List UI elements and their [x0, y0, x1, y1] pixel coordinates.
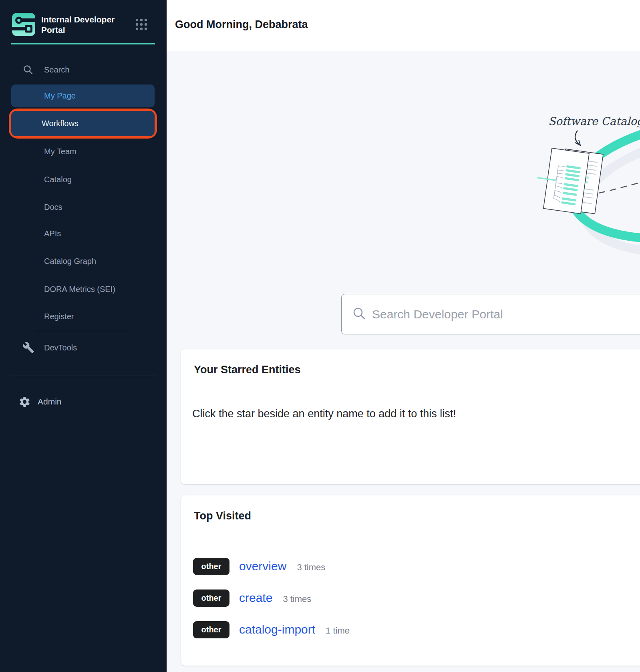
sidebar-item-label: DORA Metrics (SEI) — [44, 280, 115, 299]
app-logo-icon — [12, 13, 35, 38]
entity-kind-badge: other — [193, 590, 229, 607]
sidebar-item-label: Search — [44, 60, 69, 79]
app-title-line1: Internal Developer — [41, 14, 115, 25]
visit-count: 3 times — [283, 594, 311, 604]
sidebar: Internal Developer Portal Search My Page… — [0, 0, 167, 672]
sidebar-item-admin[interactable]: Admin — [0, 392, 167, 411]
sidebar-item-label: DevTools — [44, 338, 77, 357]
main-content: Good Morning, Debabrata — [167, 0, 640, 672]
sidebar-item-label: Docs — [44, 197, 62, 217]
entity-link-catalog-import[interactable]: catalog-import — [239, 623, 315, 636]
sidebar-divider — [34, 331, 127, 331]
catalog-paper-front — [533, 147, 589, 213]
sidebar-item-search[interactable]: Search — [0, 60, 167, 79]
visit-count: 3 times — [297, 562, 325, 573]
sidebar-item-label: My Page — [11, 85, 155, 107]
sidebar-item-workflows[interactable]: Workflows — [11, 111, 155, 136]
top-visited-row: other overview 3 times — [193, 557, 325, 575]
sidebar-item-register[interactable]: Register — [0, 307, 167, 326]
starred-entities-card: Your Starred Entities Click the star bes… — [181, 349, 640, 484]
sidebar-item-label: Catalog Graph — [44, 251, 96, 271]
entity-link-create[interactable]: create — [239, 591, 272, 605]
apps-grid-icon[interactable] — [135, 18, 147, 32]
greeting-title: Good Morning, Debabrata — [175, 18, 308, 31]
top-visited-card: Top Visited other overview 3 times other… — [181, 495, 640, 666]
sidebar-divider — [11, 376, 156, 376]
app-title-line2: Portal — [41, 25, 115, 35]
search-icon — [352, 307, 366, 322]
sidebar-item-my-team[interactable]: My Team — [0, 142, 167, 161]
wrench-icon — [22, 342, 34, 355]
card-title: Top Visited — [194, 510, 251, 522]
software-catalog-illustration: Software Catalog — [461, 92, 640, 260]
visit-count: 1 time — [326, 626, 350, 636]
sidebar-item-label: My Team — [44, 142, 76, 161]
sidebar-item-label: Catalog — [44, 170, 72, 189]
sidebar-item-catalog[interactable]: Catalog — [0, 170, 167, 189]
sidebar-item-label: Register — [44, 307, 74, 326]
top-visited-row: other create 3 times — [193, 589, 311, 607]
annotation-highlight-ring: Workflows — [9, 109, 157, 139]
brand-accent-divider — [11, 43, 155, 44]
search-icon — [23, 64, 33, 76]
top-visited-row: other catalog-import 1 time — [193, 621, 350, 638]
sidebar-item-devtools[interactable]: DevTools — [0, 338, 167, 357]
starred-empty-message: Click the star beside an entity name to … — [192, 408, 456, 420]
entity-kind-badge: other — [193, 621, 229, 638]
sidebar-item-label: Workflows — [11, 111, 155, 136]
sidebar-item-docs[interactable]: Docs — [0, 197, 167, 217]
card-title: Your Starred Entities — [194, 364, 301, 376]
portal-search-bar[interactable] — [341, 294, 640, 334]
gear-icon — [18, 396, 31, 410]
entity-link-overview[interactable]: overview — [239, 559, 286, 573]
entity-kind-badge: other — [193, 558, 229, 575]
sidebar-item-catalog-graph[interactable]: Catalog Graph — [0, 251, 167, 271]
illustration-caption: Software Catalog — [548, 115, 640, 127]
sidebar-item-my-page[interactable]: My Page — [11, 85, 155, 107]
sidebar-item-dora-metrics[interactable]: DORA Metrics (SEI) — [0, 280, 167, 299]
app-title: Internal Developer Portal — [41, 13, 115, 38]
sidebar-item-label: APIs — [44, 224, 61, 243]
portal-search-input[interactable] — [372, 308, 640, 321]
brand: Internal Developer Portal — [12, 13, 115, 38]
page-header: Good Morning, Debabrata — [167, 0, 640, 51]
sidebar-item-apis[interactable]: APIs — [0, 224, 167, 243]
sidebar-item-label: Admin — [38, 392, 62, 411]
